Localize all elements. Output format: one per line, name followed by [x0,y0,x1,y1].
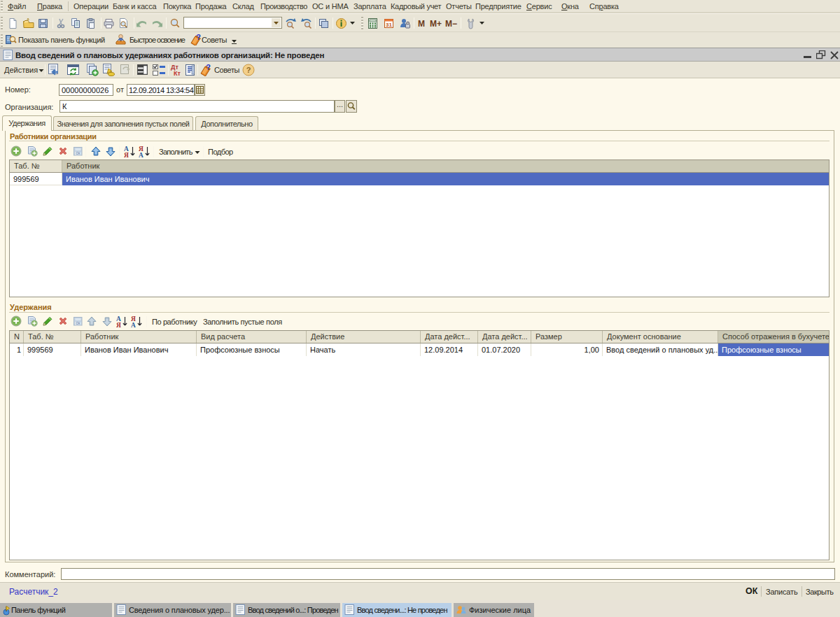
svg-text:Кт: Кт [174,70,181,76]
svg-text:ОК: ОК [76,322,80,325]
svg-text:31: 31 [386,22,392,28]
svg-text:А: А [131,322,136,328]
svg-text:?: ? [246,66,251,74]
svg-text:Я: Я [124,152,129,158]
svg-text:Я: Я [116,322,121,328]
svg-text:ОК: ОК [76,152,80,155]
svg-text:?: ? [196,34,201,41]
svg-text:А: А [139,152,144,158]
svg-text:?: ? [206,64,211,71]
